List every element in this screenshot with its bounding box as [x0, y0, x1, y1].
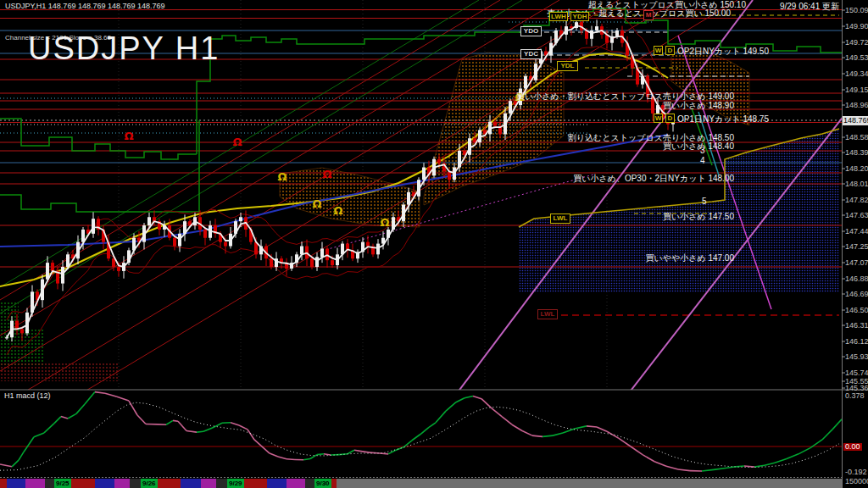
- macd-line-segment: [798, 448, 810, 454]
- macd-line-segment: [231, 423, 239, 425]
- price-axis-label: 146.690: [845, 291, 868, 298]
- candle-body: [615, 30, 619, 36]
- macd-line-segment: [317, 454, 324, 455]
- price-axis-label: 149.905: [845, 23, 868, 30]
- timeline-date: 9/25: [54, 479, 71, 488]
- timeline-segment[interactable]: [0, 479, 7, 488]
- chart-label-box: M: [643, 10, 654, 20]
- macd-line-segment: [744, 466, 754, 467]
- quote-header: USDJPY,H1 148.769 148.769 148.769 148.76…: [5, 2, 165, 10]
- candle-body: [239, 217, 242, 221]
- macd-line-segment: [85, 392, 95, 404]
- macd-line-segment: [542, 435, 553, 436]
- macd-signal-line: [0, 402, 839, 470]
- macd-line-segment: [446, 402, 456, 411]
- macd-line-segment: [765, 463, 775, 465]
- macd-line-segment: [473, 396, 481, 398]
- macd-line-segment: [0, 464, 12, 467]
- price-axis-label: 149.150: [845, 86, 868, 94]
- candle-body: [422, 168, 426, 180]
- candle-body: [320, 248, 324, 257]
- current-price-box: 148.769: [843, 116, 868, 125]
- macd-line-segment: [619, 438, 631, 446]
- trading-chart-window: ΩΩΩΩΩΩΩΩ USDJPY,H1 148.769 148.769 148.7…: [0, 0, 868, 488]
- price-annotation: 買い小さめ 148.90: [663, 101, 734, 110]
- price-axis-label: 147.635: [845, 212, 868, 219]
- timeline-segment[interactable]: [114, 479, 130, 488]
- macd-pane-label: H1 macd (12): [4, 391, 51, 400]
- macd-line-segment: [254, 440, 261, 446]
- macd-line-segment: [532, 435, 542, 436]
- macd-line-segment: [575, 426, 587, 429]
- omega-signal-marker: Ω: [380, 216, 389, 229]
- omega-signal-marker: Ω: [277, 170, 287, 183]
- macd-line-segment: [137, 415, 146, 424]
- macd-line-segment: [631, 446, 643, 455]
- price-annotation: 買い小さめ、OP30・2日NYカット 148.00: [573, 174, 734, 183]
- macd-line-segment: [832, 419, 842, 430]
- omega-signal-marker: Ω: [232, 136, 242, 148]
- price-axis-label: 148.015: [845, 180, 868, 188]
- price-axis-label: 150.095: [845, 7, 868, 14]
- timeline-segment[interactable]: [287, 479, 305, 488]
- timeline-segment[interactable]: [181, 479, 201, 488]
- timeline-segment[interactable]: [7, 479, 25, 488]
- timeline-segment[interactable]: [201, 479, 216, 488]
- price-annotation: 4: [700, 156, 705, 165]
- macd-line-segment: [587, 426, 597, 427]
- candle-body: [300, 247, 303, 255]
- macd-line-segment: [492, 408, 502, 417]
- candle-body: [366, 242, 370, 247]
- macd-line-segment: [512, 424, 522, 430]
- macd-line-segment: [775, 458, 787, 463]
- chart-label-box: YDO: [520, 26, 542, 36]
- macd-line-segment: [12, 460, 19, 467]
- omega-signal-marker: Ω: [124, 130, 133, 142]
- chart-canvas[interactable]: ΩΩΩΩΩΩΩΩ: [0, 0, 868, 488]
- macd-line-segment: [34, 433, 44, 437]
- price-axis-label: 147.446: [845, 228, 868, 236]
- candle-body: [590, 30, 593, 39]
- price-axis-label: 146.310: [845, 322, 868, 330]
- timeline-segment[interactable]: [267, 479, 287, 488]
- price-annotation: 買いやや小さめ 147.00: [645, 253, 734, 263]
- macd-line-segment: [197, 431, 203, 432]
- price-axis-label: 147.070: [845, 259, 868, 267]
- candle-body: [147, 217, 151, 225]
- omega-signal-marker: Ω: [333, 204, 342, 217]
- timeline-segment[interactable]: [216, 479, 227, 488]
- price-annotation: 買い小さめ 148.40: [663, 141, 734, 151]
- timeline-segment[interactable]: [95, 479, 114, 488]
- price-annotation: 5: [702, 197, 707, 206]
- candle-body: [595, 26, 598, 30]
- candle-body: [509, 101, 512, 114]
- macd-line-segment: [19, 452, 24, 460]
- price-annotation: OP2日NYカット 149.50: [677, 47, 769, 56]
- indicator-axis-label: 150000: [845, 478, 868, 485]
- macd-line-segment: [726, 467, 736, 469]
- chart-label-box: D: [665, 114, 675, 123]
- kumo-red-left: [0, 363, 119, 381]
- timeline-segment[interactable]: [305, 479, 314, 488]
- watermark: USDJPY H1: [28, 30, 220, 67]
- macd-line-segment: [117, 396, 129, 401]
- macd-line-segment: [105, 393, 117, 396]
- candle-body: [315, 257, 319, 267]
- timeline-segment[interactable]: [130, 479, 141, 488]
- macd-line-segment: [607, 431, 619, 438]
- macd-line-segment: [203, 428, 212, 431]
- chart-label-box: W: [654, 114, 663, 123]
- chart-label-box: YDL: [557, 61, 578, 71]
- macd-line-segment: [61, 417, 68, 419]
- timeline-segment[interactable]: [25, 479, 45, 488]
- timeline-date: 9/26: [141, 479, 158, 488]
- macd-line-segment: [303, 458, 310, 459]
- price-axis-label: 148.960: [845, 102, 868, 109]
- timeline-segment[interactable]: [45, 479, 54, 488]
- price-axis-label: 146.880: [845, 275, 868, 283]
- macd-line-segment: [173, 420, 178, 421]
- macd-line-segment: [95, 392, 105, 394]
- macd-line-segment: [597, 427, 607, 431]
- timeline-segment[interactable]: [337, 479, 842, 488]
- price-axis-label: 148.580: [845, 134, 868, 141]
